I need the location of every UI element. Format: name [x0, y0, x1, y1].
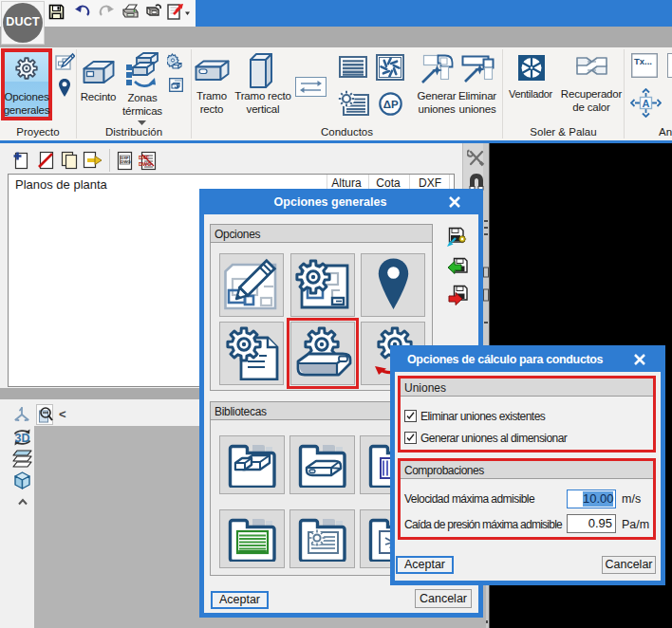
svg-text:DWG: DWG	[121, 159, 131, 164]
svg-text:3D: 3D	[15, 432, 30, 445]
svg-text:Tx...: Tx...	[634, 56, 652, 66]
svg-text:A: A	[643, 98, 650, 109]
svg-text:ΔP: ΔP	[383, 99, 399, 110]
